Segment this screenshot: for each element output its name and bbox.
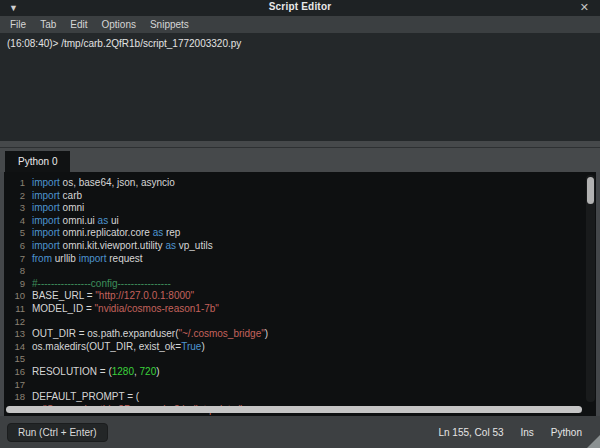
line-number: 1 xyxy=(4,177,32,190)
line-number: 3 xyxy=(4,202,32,215)
code-token: ) xyxy=(156,366,159,377)
console-output-panel[interactable]: (16:08:40)> /tmp/carb.2QfR1b/script_1772… xyxy=(0,33,600,141)
cursor-position: Ln 155, Col 53 xyxy=(438,427,503,438)
resize-grip[interactable] xyxy=(587,435,600,448)
code-token: import xyxy=(32,215,60,226)
line-number: 15 xyxy=(4,353,32,366)
code-token: urllib xyxy=(52,253,79,264)
insert-mode-indicator[interactable]: Ins xyxy=(521,427,534,438)
code-line[interactable]: 12 xyxy=(4,316,596,329)
line-number: 18 xyxy=(4,391,32,404)
code-token: vp_utils xyxy=(176,240,213,251)
code-line[interactable]: 11MODEL_ID = "nvidia/cosmos-reason1-7b" xyxy=(4,303,596,316)
code-line[interactable]: 2import carb xyxy=(4,190,596,203)
code-token: import xyxy=(32,227,60,238)
line-number: 2 xyxy=(4,190,32,203)
code-token: ) xyxy=(265,328,268,339)
line-number: 14 xyxy=(4,341,32,354)
code-line[interactable]: 13OUT_DIR = os.path.expanduser("~/.cosmo… xyxy=(4,328,596,341)
line-number: 12 xyxy=(4,316,32,329)
code-line[interactable]: 3import omni xyxy=(4,202,596,215)
code-token: os.makedirs(OUT_DIR, exist_ok= xyxy=(32,341,181,352)
tab-python-0[interactable]: Python 0 xyxy=(5,151,70,172)
code-token: as xyxy=(153,227,164,238)
menu-file[interactable]: File xyxy=(3,19,33,30)
line-number: 8 xyxy=(4,265,32,278)
code-token: import xyxy=(32,177,60,188)
menu-tab[interactable]: Tab xyxy=(33,19,63,30)
menu-snippets[interactable]: Snippets xyxy=(143,19,196,30)
status-bar: Run (Ctrl + Enter) Ln 155, Col 53 Ins Py… xyxy=(0,416,600,448)
code-token: carb xyxy=(60,190,82,201)
code-token: request xyxy=(106,253,142,264)
code-token: RESOLUTION = ( xyxy=(32,366,112,377)
code-editor[interactable]: 1import os, base64, json, asyncio2import… xyxy=(0,172,600,416)
line-number: 9 xyxy=(4,278,32,291)
code-token: omni xyxy=(60,202,84,213)
vertical-scrollbar[interactable] xyxy=(586,175,595,402)
code-token: MODEL_ID = xyxy=(32,303,95,314)
code-line[interactable]: 15 xyxy=(4,353,596,366)
code-token: True xyxy=(181,341,201,352)
horizontal-scrollbar[interactable] xyxy=(6,406,582,414)
code-token: omni.ui xyxy=(60,215,98,226)
code-token: BASE_URL = xyxy=(32,290,95,301)
code-line[interactable]: 7from urllib import request xyxy=(4,253,596,266)
line-number: 7 xyxy=(4,253,32,266)
code-token: OUT_DIR = os.path.expanduser( xyxy=(32,328,178,339)
menu-bar: File Tab Edit Options Snippets xyxy=(0,16,600,33)
code-token: ) xyxy=(201,341,204,352)
code-line[interactable]: 10BASE_URL = "http://127.0.0.1:8000" xyxy=(4,290,596,303)
code-token: import xyxy=(32,202,60,213)
vertical-scrollbar-thumb[interactable] xyxy=(587,177,594,204)
code-line[interactable]: 14os.makedirs(OUT_DIR, exist_ok=True) xyxy=(4,341,596,354)
tab-bar: Python 0 xyxy=(0,141,600,172)
code-token: rep xyxy=(163,227,180,238)
code-line[interactable]: 18DEFAULT_PROMPT = ( xyxy=(4,391,596,404)
code-line[interactable]: 16RESOLUTION = (1280, 720) xyxy=(4,366,596,379)
code-token: "nvidia/cosmos-reason1-7b" xyxy=(95,303,219,314)
line-number: 13 xyxy=(4,328,32,341)
code-lines-container: 1import os, base64, json, asyncio2import… xyxy=(4,172,596,416)
code-token: DEFAULT_PROMPT = ( xyxy=(32,391,139,402)
code-token: import xyxy=(32,240,60,251)
menu-edit[interactable]: Edit xyxy=(63,19,94,30)
close-icon[interactable]: ✕ xyxy=(580,1,589,14)
line-number: 6 xyxy=(4,240,32,253)
code-line[interactable]: 6import omni.kit.viewport.utility as vp_… xyxy=(4,240,596,253)
code-token: "http://127.0.0.1:8000" xyxy=(95,290,194,301)
title-bar: ▼ Script Editor ✕ xyxy=(0,0,600,16)
code-token: as xyxy=(165,240,176,251)
console-output-line: (16:08:40)> /tmp/carb.2QfR1b/script_1772… xyxy=(7,38,593,49)
line-number: 16 xyxy=(4,366,32,379)
line-number: 5 xyxy=(4,227,32,240)
code-token: from xyxy=(32,253,52,264)
line-number: 17 xyxy=(4,379,32,392)
code-line[interactable]: 4import omni.ui as ui xyxy=(4,215,596,228)
code-token: "~/.cosmos_bridge" xyxy=(178,328,264,339)
line-number: 10 xyxy=(4,290,32,303)
code-line[interactable]: 5import omni.replicator.core as rep xyxy=(4,227,596,240)
horizontal-scrollbar-thumb[interactable] xyxy=(6,406,582,413)
line-number: 11 xyxy=(4,303,32,316)
code-line[interactable]: 8 xyxy=(4,265,596,278)
window-title: Script Editor xyxy=(0,1,600,12)
code-token: import xyxy=(79,253,107,264)
code-token: os, base64, json, asyncio xyxy=(60,177,175,188)
script-editor-window: ▼ Script Editor ✕ File Tab Edit Options … xyxy=(0,0,600,448)
menu-options[interactable]: Options xyxy=(94,19,142,30)
code-line[interactable]: 17 xyxy=(4,379,596,392)
code-token: #----------------config---------------- xyxy=(32,278,171,289)
code-token: 720 xyxy=(140,366,157,377)
run-button[interactable]: Run (Ctrl + Enter) xyxy=(7,423,108,442)
code-token: omni.replicator.core xyxy=(60,227,153,238)
code-token: as xyxy=(98,215,109,226)
code-line[interactable]: 1import os, base64, json, asyncio xyxy=(4,177,596,190)
status-indicators: Ln 155, Col 53 Ins Python xyxy=(438,427,582,438)
code-line[interactable]: 9#----------------config---------------- xyxy=(4,278,596,291)
line-number: 4 xyxy=(4,215,32,228)
language-indicator[interactable]: Python xyxy=(551,427,582,438)
code-token: 1280 xyxy=(112,366,134,377)
code-token: omni.kit.viewport.utility xyxy=(60,240,166,251)
code-token: ui xyxy=(108,215,119,226)
